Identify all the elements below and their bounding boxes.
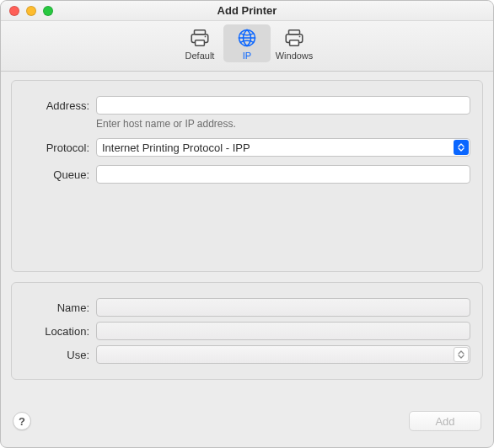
name-input[interactable] — [96, 298, 470, 317]
address-input[interactable] — [96, 96, 470, 115]
close-icon[interactable] — [9, 6, 19, 16]
toolbar-default-label: Default — [185, 51, 215, 61]
toolbar-ip-label: IP — [243, 51, 251, 61]
toolbar-windows[interactable]: Windows — [271, 24, 318, 62]
content: Address: Enter host name or IP address. … — [1, 72, 493, 403]
updown-icon — [454, 140, 469, 155]
svg-rect-7 — [290, 40, 299, 46]
window-title: Add Printer — [1, 4, 493, 17]
printer-info-panel: Name: Location: Use: — [11, 282, 483, 380]
address-hint: Enter host name or IP address. — [96, 118, 470, 130]
queue-input[interactable] — [96, 165, 470, 184]
toolbar: Default IP — [1, 21, 493, 72]
protocol-select[interactable]: Internet Printing Protocol - IPP — [96, 138, 470, 157]
toolbar-default[interactable]: Default — [176, 24, 223, 62]
add-button[interactable]: Add — [409, 411, 481, 431]
location-input[interactable] — [96, 322, 470, 340]
protocol-label: Protocol: — [24, 141, 96, 154]
help-icon: ? — [19, 415, 25, 428]
add-printer-window: Add Printer Default — [0, 0, 494, 448]
svg-rect-2 — [196, 40, 205, 46]
printer-icon — [282, 27, 307, 49]
help-button[interactable]: ? — [13, 412, 31, 430]
use-label: Use: — [24, 349, 96, 361]
use-select[interactable] — [96, 345, 470, 364]
zoom-icon[interactable] — [43, 6, 53, 16]
address-label: Address: — [24, 99, 96, 112]
titlebar: Add Printer — [1, 1, 493, 21]
globe-icon — [234, 27, 260, 49]
queue-label: Queue: — [24, 168, 96, 181]
footer: ? Add — [1, 403, 493, 447]
printer-icon — [187, 27, 212, 49]
name-label: Name: — [24, 301, 96, 314]
location-label: Location: — [24, 325, 96, 338]
connection-panel: Address: Enter host name or IP address. … — [11, 80, 483, 272]
add-button-label: Add — [435, 415, 454, 428]
window-controls — [1, 6, 53, 16]
protocol-value: Internet Printing Protocol - IPP — [102, 141, 250, 154]
updown-icon — [454, 347, 469, 362]
minimize-icon[interactable] — [26, 6, 36, 16]
toolbar-windows-label: Windows — [276, 51, 314, 61]
toolbar-ip[interactable]: IP — [223, 24, 271, 62]
svg-point-8 — [299, 36, 301, 38]
svg-point-3 — [205, 36, 207, 38]
